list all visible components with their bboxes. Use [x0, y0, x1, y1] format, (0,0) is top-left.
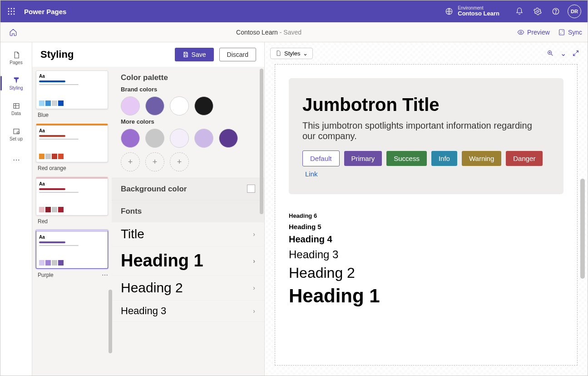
- svg-point-17: [17, 131, 19, 134]
- preview-h3: Heading 3: [289, 248, 563, 261]
- more-color-swatch[interactable]: [194, 129, 213, 148]
- svg-point-4: [11, 11, 12, 12]
- svg-point-7: [11, 14, 12, 15]
- btn-success[interactable]: Success: [386, 151, 427, 166]
- chevron-right-icon: ›: [253, 231, 255, 238]
- btn-primary[interactable]: Primary: [344, 151, 382, 166]
- theme-card-purple[interactable]: Aa: [36, 230, 108, 269]
- theme-list: Aa Blue Aa: [32, 67, 112, 376]
- brand-color-swatch[interactable]: [145, 96, 164, 115]
- svg-point-0: [8, 8, 10, 10]
- theme-label: Blue: [36, 112, 108, 118]
- preview-button[interactable]: Preview: [517, 29, 550, 36]
- brand-colors-label: Brand colors: [121, 86, 255, 93]
- theme-card-blue[interactable]: Aa: [36, 70, 108, 109]
- more-color-swatch[interactable]: [219, 129, 238, 148]
- vertical-nav: Pages Styling Data Set up ⋯: [0, 42, 32, 376]
- document-title: Contoso Learn - Saved: [20, 29, 517, 36]
- svg-point-5: [14, 11, 15, 12]
- help-icon[interactable]: [547, 2, 565, 20]
- preview-frame: Jumbotron Title This jumbotron spotlight…: [275, 64, 578, 366]
- more-color-swatch[interactable]: [145, 129, 164, 148]
- styles-dropdown[interactable]: Styles ⌄: [270, 48, 313, 59]
- btn-danger[interactable]: Danger: [506, 151, 543, 166]
- nav-styling[interactable]: Styling: [0, 70, 32, 96]
- svg-point-12: [555, 13, 556, 13]
- settings-icon[interactable]: [529, 2, 547, 20]
- btn-info[interactable]: Info: [431, 151, 457, 166]
- command-bar: Contoso Learn - Saved Preview Sync: [0, 22, 588, 42]
- btn-default[interactable]: Default: [302, 150, 340, 166]
- discard-button[interactable]: Discard: [219, 48, 256, 61]
- font-row-h3[interactable]: Heading 3›: [112, 301, 264, 322]
- styling-panel: Styling Save Discard Aa: [32, 42, 265, 376]
- more-color-swatch[interactable]: [170, 129, 189, 148]
- preview-h5: Heading 5: [289, 223, 563, 231]
- btn-warning[interactable]: Warning: [462, 151, 501, 166]
- theme-label: Red orange: [36, 165, 108, 171]
- styling-title: Styling: [40, 49, 169, 60]
- font-row-title[interactable]: Title›: [112, 222, 264, 246]
- app-launcher-icon[interactable]: [4, 4, 19, 19]
- svg-point-6: [8, 14, 10, 15]
- properties-panel: Color palette Brand colors More colors: [112, 67, 264, 376]
- nav-pages[interactable]: Pages: [0, 45, 32, 70]
- btn-link[interactable]: Link: [302, 170, 550, 178]
- environment-switcher[interactable]: Environment Contoso Learn: [445, 5, 499, 17]
- jumbotron-text: This jumbotron spotlights important info…: [302, 120, 539, 141]
- theme-card-red-orange[interactable]: Aa: [36, 124, 108, 162]
- add-color-button[interactable]: +: [170, 152, 189, 171]
- chevron-down-icon: ⌄: [303, 50, 308, 57]
- palette-title: Color palette: [121, 73, 255, 82]
- svg-point-8: [14, 14, 15, 15]
- expand-icon[interactable]: [569, 47, 582, 60]
- home-icon[interactable]: [6, 25, 20, 40]
- more-color-swatch[interactable]: [121, 129, 140, 148]
- svg-point-3: [8, 11, 10, 12]
- preview-h4: Heading 4: [289, 234, 563, 245]
- more-colors-label: More colors: [121, 118, 255, 125]
- bg-color-title: Background color: [121, 185, 187, 193]
- add-color-button[interactable]: +: [145, 152, 164, 171]
- notifications-icon[interactable]: [510, 2, 529, 20]
- nav-data[interactable]: Data: [0, 96, 32, 121]
- save-button[interactable]: Save: [175, 48, 214, 61]
- preview-h1: Heading 1: [289, 285, 563, 307]
- svg-point-10: [537, 10, 539, 13]
- preview-canvas: Styles ⌄ ⌄ Jumbotron Title This jumbotro…: [265, 42, 588, 376]
- svg-rect-15: [14, 103, 19, 108]
- scrollbar-thumb[interactable]: [580, 179, 585, 279]
- chevron-right-icon: ›: [253, 284, 255, 291]
- svg-rect-16: [14, 129, 19, 134]
- theme-label: Purple: [38, 272, 54, 278]
- scrollbar-thumb[interactable]: [260, 69, 263, 214]
- svg-point-1: [11, 8, 12, 10]
- svg-point-2: [14, 8, 15, 10]
- user-avatar[interactable]: DR: [568, 5, 581, 18]
- preview-h2: Heading 2: [289, 265, 563, 281]
- app-title: Power Pages: [24, 8, 66, 15]
- jumbotron-title: Jumbotron Title: [302, 95, 550, 115]
- brand-color-swatch[interactable]: [121, 96, 140, 115]
- nav-more-icon[interactable]: ⋯: [0, 147, 32, 172]
- sync-button[interactable]: Sync: [558, 29, 582, 36]
- svg-rect-14: [559, 30, 564, 35]
- bg-color-swatch[interactable]: [247, 185, 255, 193]
- theme-more-icon[interactable]: ⋯: [102, 271, 108, 279]
- add-color-button[interactable]: +: [121, 152, 140, 171]
- preview-h6: Heading 6: [289, 212, 563, 219]
- chevron-down-icon[interactable]: ⌄: [557, 47, 569, 60]
- brand-color-swatch[interactable]: [194, 96, 213, 115]
- chevron-right-icon: ›: [253, 257, 255, 265]
- nav-setup[interactable]: Set up: [0, 121, 32, 147]
- theme-card-red[interactable]: Aa: [36, 177, 108, 216]
- font-row-h1[interactable]: Heading 1›: [112, 246, 264, 276]
- zoom-icon[interactable]: [544, 47, 557, 60]
- jumbotron: Jumbotron Title This jumbotron spotlight…: [289, 78, 563, 194]
- environment-name: Contoso Learn: [458, 10, 499, 17]
- theme-label: Red: [36, 218, 108, 225]
- scrollbar-thumb[interactable]: [109, 290, 112, 353]
- brand-color-swatch[interactable]: [170, 96, 189, 115]
- font-row-h2[interactable]: Heading 2›: [112, 276, 264, 301]
- svg-point-13: [520, 31, 522, 33]
